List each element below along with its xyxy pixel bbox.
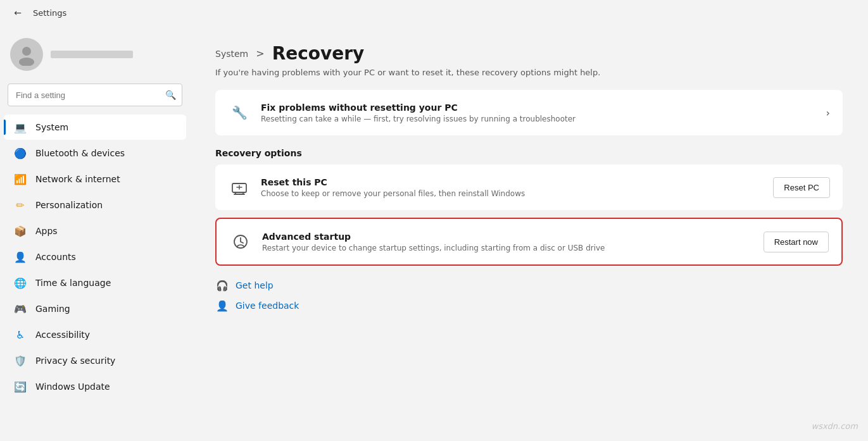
search-input[interactable]: [8, 84, 182, 106]
nav-label-update: Windows Update: [35, 382, 110, 392]
nav-label-accessibility: Accessibility: [35, 330, 90, 340]
nav-label-time: Time & language: [35, 278, 111, 288]
user-section: [0, 30, 190, 84]
breadcrumb: System > Recovery: [215, 43, 843, 64]
reset-pc-button[interactable]: Reset PC: [773, 177, 830, 198]
links-section: 🎧 Get help 👤 Give feedback: [215, 278, 843, 313]
advanced-title: Advanced startup: [262, 232, 753, 242]
sidebar-item-bluetooth[interactable]: 🔵 Bluetooth & devices: [4, 140, 186, 166]
reset-text: Reset this PC Choose to keep or remove y…: [261, 177, 763, 198]
link-icon-feedback: 👤: [215, 299, 229, 313]
reset-icon: [228, 176, 251, 199]
app-body: 🔍 💻 System 🔵 Bluetooth & devices 📶 Netwo…: [0, 25, 868, 441]
svg-point-0: [22, 47, 31, 56]
nav-icon-time: 🌐: [14, 276, 27, 289]
nav-label-privacy: Privacy & security: [35, 356, 115, 366]
nav-label-personalization: Personalization: [35, 200, 103, 210]
fix-icon: 🔧: [228, 101, 251, 124]
nav-icon-bluetooth: 🔵: [14, 147, 27, 159]
fix-title: Fix problems without resetting your PC: [261, 102, 816, 113]
nav-icon-privacy: 🛡️: [14, 354, 27, 367]
main-content: System > Recovery If you're having probl…: [190, 25, 868, 441]
restart-now-button[interactable]: Restart now: [764, 232, 829, 252]
sidebar-item-time[interactable]: 🌐 Time & language: [4, 270, 186, 295]
nav-icon-accessibility: ♿: [14, 328, 27, 341]
page-header: System > Recovery If you're having probl…: [215, 43, 843, 77]
link-label-help: Get help: [236, 280, 274, 290]
sidebar: 🔍 💻 System 🔵 Bluetooth & devices 📶 Netwo…: [0, 25, 190, 441]
nav-icon-personalization: ✏️: [14, 199, 27, 211]
reset-item: Reset this PC Choose to keep or remove y…: [215, 165, 843, 210]
page-subtitle: If you're having problems with your PC o…: [215, 68, 843, 77]
breadcrumb-sep: >: [256, 47, 264, 59]
fix-desc: Resetting can take a while — first, try …: [261, 115, 816, 123]
sidebar-item-network[interactable]: 📶 Network & internet: [4, 166, 186, 192]
reset-pc-card: Reset this PC Choose to keep or remove y…: [215, 165, 843, 210]
advanced-icon: [229, 230, 252, 253]
nav-label-system: System: [35, 122, 68, 132]
nav-icon-network: 📶: [14, 173, 27, 185]
page-title: Recovery: [272, 43, 365, 64]
advanced-startup-card: Advanced startup Restart your device to …: [215, 218, 843, 266]
breadcrumb-parent: System: [215, 49, 248, 59]
nav-label-accounts: Accounts: [35, 252, 76, 262]
title-bar-title: Settings: [33, 8, 66, 18]
reset-desc: Choose to keep or remove your personal f…: [261, 189, 763, 198]
nav-list: 💻 System 🔵 Bluetooth & devices 📶 Network…: [0, 114, 190, 400]
fix-chevron: ›: [826, 107, 830, 119]
fix-text: Fix problems without resetting your PC R…: [261, 102, 816, 123]
search-box: 🔍: [8, 84, 182, 106]
sidebar-item-accessibility[interactable]: ♿ Accessibility: [4, 322, 186, 347]
sidebar-item-personalization[interactable]: ✏️ Personalization: [4, 192, 186, 218]
link-icon-help: 🎧: [215, 278, 229, 292]
nav-label-apps: Apps: [35, 226, 58, 236]
advanced-desc: Restart your device to change startup se…: [262, 244, 753, 252]
link-feedback[interactable]: 👤 Give feedback: [215, 299, 843, 313]
sidebar-item-accounts[interactable]: 👤 Accounts: [4, 244, 186, 270]
search-icon: 🔍: [165, 90, 176, 100]
sidebar-item-system[interactable]: 💻 System: [4, 115, 186, 140]
advanced-action: Restart now: [764, 232, 829, 252]
sidebar-item-apps[interactable]: 📦 Apps: [4, 218, 186, 244]
nav-icon-system: 💻: [14, 121, 27, 134]
nav-label-network: Network & internet: [35, 174, 120, 184]
advanced-item: Advanced startup Restart your device to …: [217, 219, 841, 264]
reset-action: Reset PC: [773, 177, 830, 198]
back-button[interactable]: ←: [10, 5, 25, 20]
recovery-options-title: Recovery options: [215, 148, 843, 158]
user-name: [51, 51, 133, 58]
sidebar-item-gaming[interactable]: 🎮 Gaming: [4, 296, 186, 321]
sidebar-item-privacy[interactable]: 🛡️ Privacy & security: [4, 348, 186, 373]
nav-icon-gaming: 🎮: [14, 302, 27, 315]
link-label-feedback: Give feedback: [236, 301, 299, 311]
sidebar-item-update[interactable]: 🔄 Windows Update: [4, 374, 186, 399]
nav-icon-update: 🔄: [14, 380, 27, 393]
avatar: [10, 38, 43, 71]
fix-problems-card[interactable]: 🔧 Fix problems without resetting your PC…: [215, 90, 843, 135]
nav-label-bluetooth: Bluetooth & devices: [35, 148, 125, 158]
nav-label-gaming: Gaming: [35, 304, 70, 314]
svg-point-1: [19, 58, 34, 66]
nav-icon-accounts: 👤: [14, 251, 27, 263]
nav-icon-apps: 📦: [14, 225, 27, 237]
watermark: wsxdn.com: [812, 421, 859, 431]
link-help[interactable]: 🎧 Get help: [215, 278, 843, 292]
title-bar: ← Settings: [0, 0, 868, 25]
reset-title: Reset this PC: [261, 177, 763, 187]
advanced-text: Advanced startup Restart your device to …: [262, 232, 753, 252]
fix-problems-item[interactable]: 🔧 Fix problems without resetting your PC…: [215, 90, 843, 135]
